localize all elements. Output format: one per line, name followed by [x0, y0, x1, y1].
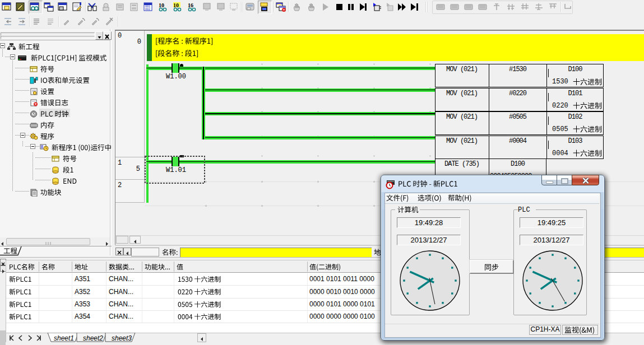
svg-text:10: 10 [159, 2, 164, 8]
svg-text:002: 002 [145, 8, 150, 11]
svg-text:16: 16 [188, 2, 193, 8]
svg-text:10: 10 [173, 2, 179, 8]
